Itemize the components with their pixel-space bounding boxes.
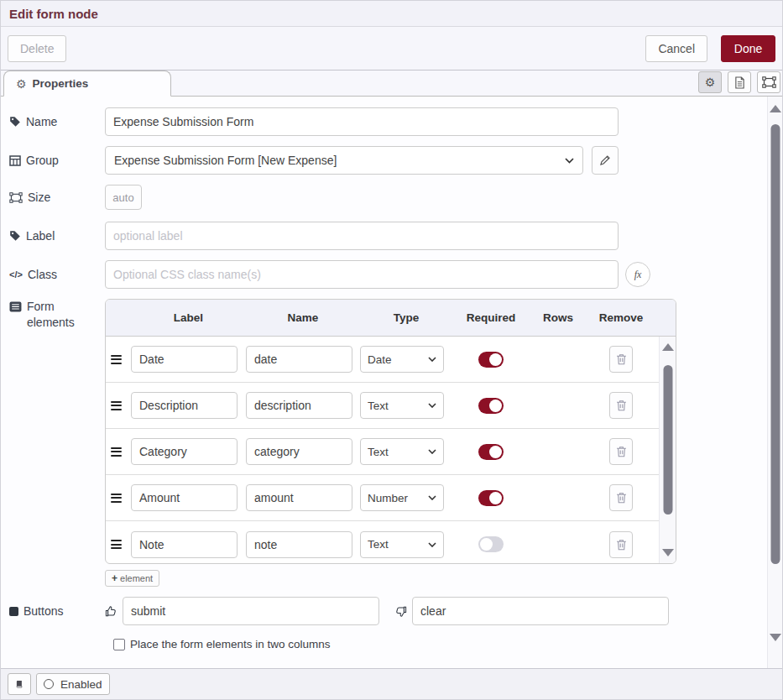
element-type-value: Text (368, 446, 428, 458)
tag-icon (9, 116, 21, 128)
element-name-input[interactable] (246, 531, 352, 558)
element-row: Text (106, 429, 676, 475)
submit-button-input[interactable] (123, 597, 379, 625)
chevron-down-icon (428, 449, 436, 454)
dialog-title: Edit form node (9, 7, 98, 21)
env-var-button[interactable]: fx (625, 262, 650, 287)
add-element-button[interactable]: + element (105, 570, 159, 587)
panel-scrollbar[interactable] (767, 97, 782, 668)
edit-form-node-dialog: Edit form node Delete Cancel Done ⚙ Prop… (0, 0, 783, 700)
element-row: Number (106, 475, 676, 521)
element-type-value: Number (368, 492, 428, 504)
size-button[interactable]: auto (105, 185, 142, 210)
header-name: Name (246, 311, 360, 324)
remove-element-button[interactable] (609, 346, 633, 373)
drag-handle-icon[interactable] (111, 355, 122, 364)
two-columns-label: Place the form elements in two columns (130, 638, 331, 650)
elements-scrollbar[interactable] (659, 337, 676, 563)
tab-properties[interactable]: ⚙ Properties (3, 71, 171, 97)
circle-icon (44, 679, 54, 689)
table-icon (9, 155, 21, 166)
enabled-toggle-button[interactable]: Enabled (36, 673, 110, 695)
element-type-select[interactable]: Date (360, 346, 444, 373)
required-toggle[interactable] (478, 352, 504, 368)
group-label: Group (9, 146, 105, 175)
clear-button-input[interactable] (412, 597, 669, 625)
trash-icon (616, 400, 627, 411)
elements-rows: Date Text Text (106, 337, 676, 563)
edit-group-button[interactable] (592, 146, 619, 175)
appearance-mode-button[interactable] (757, 71, 780, 93)
class-label: </> Class (9, 260, 105, 289)
delete-button[interactable]: Delete (8, 35, 66, 62)
element-name-input[interactable] (246, 346, 352, 373)
element-label-input[interactable] (131, 346, 238, 373)
label-label: Label (9, 222, 105, 250)
docs-button[interactable] (8, 673, 31, 695)
properties-panel: Name Group Expense Submission Form [New … (1, 97, 782, 668)
element-name-input[interactable] (246, 392, 352, 419)
element-type-select[interactable]: Text (360, 438, 444, 465)
scroll-down-icon[interactable] (662, 549, 674, 556)
done-button[interactable]: Done (721, 35, 775, 62)
remove-element-button[interactable] (609, 392, 633, 419)
name-label: Name (9, 107, 105, 136)
scroll-up-icon[interactable] (662, 343, 674, 351)
properties-mode-button[interactable]: ⚙ (698, 71, 722, 93)
gear-icon: ⚙ (705, 76, 716, 89)
chevron-down-icon (428, 357, 436, 362)
element-row: Text (106, 521, 676, 563)
class-input[interactable] (105, 260, 619, 289)
scroll-up-icon[interactable] (770, 105, 781, 112)
size-label: Size (9, 185, 105, 210)
element-type-select[interactable]: Text (360, 392, 444, 419)
two-columns-checkbox[interactable] (113, 639, 125, 650)
element-type-select[interactable]: Text (360, 531, 444, 558)
header-remove: Remove (587, 311, 655, 324)
buttons-label: Buttons (9, 597, 105, 625)
object-group-icon (9, 192, 23, 203)
description-mode-button[interactable] (728, 71, 751, 93)
gear-icon: ⚙ (16, 77, 27, 91)
remove-element-button[interactable] (609, 484, 633, 511)
fx-icon: fx (634, 269, 642, 281)
required-toggle[interactable] (478, 490, 504, 506)
header-label: Label (131, 311, 246, 324)
drag-handle-icon[interactable] (111, 494, 122, 503)
name-input[interactable] (105, 107, 619, 136)
header-type: Type (360, 311, 452, 324)
scroll-down-icon[interactable] (770, 634, 781, 641)
class-row: </> Class fx (9, 260, 782, 289)
object-group-icon (762, 76, 776, 88)
trash-icon (616, 492, 627, 504)
element-type-select[interactable]: Number (360, 484, 444, 511)
label-input[interactable] (105, 222, 619, 250)
remove-element-button[interactable] (609, 438, 633, 465)
required-toggle[interactable] (478, 398, 504, 414)
thumbs-up-icon (105, 597, 119, 625)
drag-handle-icon[interactable] (111, 540, 122, 549)
cancel-button[interactable]: Cancel (645, 35, 707, 62)
element-name-input[interactable] (246, 484, 352, 511)
element-label-input[interactable] (131, 392, 238, 419)
remove-element-button[interactable] (609, 531, 633, 558)
elements-body: Date Text Text (106, 337, 676, 563)
group-row: Group Expense Submission Form [New Expen… (9, 146, 782, 175)
required-toggle[interactable] (478, 444, 504, 460)
element-label-input[interactable] (131, 438, 238, 465)
name-row: Name (9, 107, 782, 136)
drag-handle-icon[interactable] (111, 401, 122, 410)
chevron-down-icon (428, 542, 436, 547)
panel-scrollbar-thumb[interactable] (770, 124, 780, 564)
element-label-input[interactable] (131, 484, 238, 511)
element-name-input[interactable] (246, 438, 352, 465)
drag-handle-icon[interactable] (111, 447, 122, 457)
element-label-input[interactable] (131, 531, 238, 558)
trash-icon (616, 353, 627, 365)
trash-icon (616, 539, 627, 551)
required-toggle[interactable] (478, 536, 504, 552)
two-columns-row: Place the form elements in two columns (113, 638, 782, 650)
group-select[interactable]: Expense Submission Form [New Expense] (105, 146, 583, 175)
square-icon (9, 607, 18, 616)
elements-scrollbar-thumb[interactable] (663, 365, 672, 515)
